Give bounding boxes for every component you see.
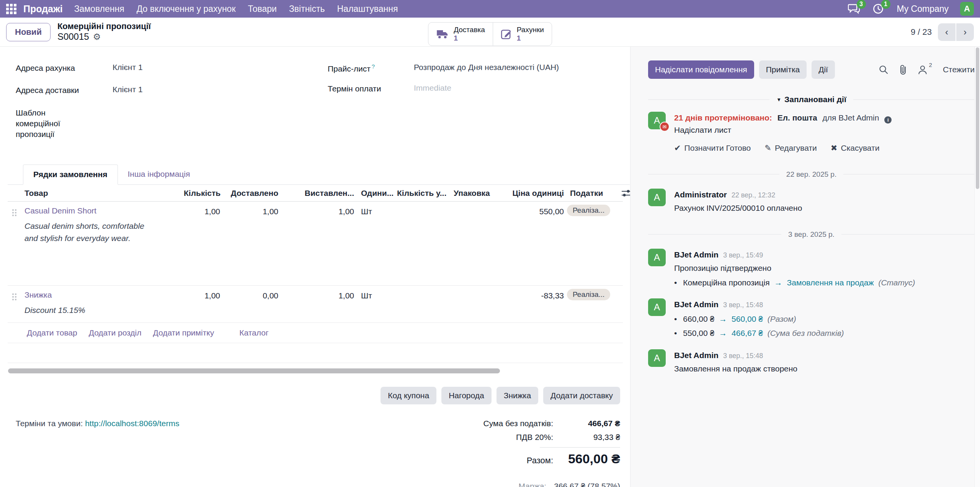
cell-delivered[interactable]: 0,00 — [220, 290, 278, 300]
col-invoiced[interactable]: Виставлен... — [278, 189, 354, 198]
delivery-stat-value: 1 — [454, 34, 485, 42]
nav-item-reporting[interactable]: Звітність — [289, 4, 325, 14]
info-icon[interactable]: i — [884, 116, 892, 124]
nav-app-name[interactable]: Продажі — [23, 3, 63, 15]
tab-order-lines[interactable]: Рядки замовлення — [23, 165, 118, 185]
delivery-address-label: Адреса доставки — [16, 85, 113, 96]
cell-qty[interactable]: 1,00 — [184, 206, 220, 216]
delivery-stat-button[interactable]: Доставка 1 — [428, 23, 493, 46]
messages-icon[interactable]: 3 — [848, 3, 861, 15]
delivery-address-value[interactable]: Клієнт 1 — [113, 85, 143, 96]
nav-item-orders[interactable]: Замовлення — [74, 4, 124, 14]
coupon-code-button[interactable]: Код купона — [381, 387, 436, 404]
discount-button[interactable]: Знижка — [497, 387, 538, 404]
nav-item-settings[interactable]: Налаштування — [337, 4, 398, 14]
planned-activities-toggle[interactable]: ▼ Заплановані дії — [776, 95, 846, 104]
apps-menu-icon[interactable] — [6, 4, 16, 14]
optional-columns-icon[interactable] — [621, 189, 630, 198]
total-label: Разом: — [527, 456, 553, 466]
search-messages-icon[interactable] — [879, 65, 889, 75]
user-avatar[interactable]: A — [960, 2, 974, 16]
reward-button[interactable]: Нагорода — [441, 387, 492, 404]
payment-terms-label: Термін оплати — [328, 83, 414, 94]
message-author[interactable]: Administrator — [674, 189, 727, 201]
col-unit-price[interactable]: Ціна одиниці — [511, 189, 564, 198]
product-link[interactable]: Casual Denim Short — [24, 206, 184, 215]
col-taxes[interactable]: Податки — [564, 189, 621, 198]
activities-icon[interactable]: 1 — [872, 3, 885, 15]
invoice-address-value[interactable]: Клієнт 1 — [113, 63, 143, 73]
vertical-scrollbar[interactable] — [974, 47, 980, 487]
company-switcher[interactable]: My Company — [897, 4, 949, 14]
activities-button[interactable]: Дії — [812, 60, 835, 79]
log-note-button[interactable]: Примітка — [759, 60, 807, 79]
tracking-value: • 660,00 ₴ → 560,00 ₴ (Разом) — [674, 313, 844, 325]
cell-invoiced[interactable]: 1,00 — [278, 290, 354, 300]
horizontal-scrollbar-thumb[interactable] — [8, 368, 500, 373]
pager-previous-button[interactable]: ‹ — [938, 23, 956, 41]
invoices-stat-value: 1 — [517, 34, 544, 42]
message-author[interactable]: BJet Admin — [674, 298, 719, 311]
tab-other-info[interactable]: Інша інформація — [118, 165, 200, 184]
breadcrumb-parent[interactable]: Комерційні пропозиції — [57, 21, 151, 31]
notebook-tabs: Рядки замовлення Інша інформація — [8, 165, 630, 185]
invoices-stat-button[interactable]: Рахунки 1 — [493, 23, 552, 46]
add-product-link[interactable]: Додати товар — [27, 328, 77, 337]
mark-done-button[interactable]: ✔Позначити Готово — [674, 142, 751, 154]
tax-badge[interactable]: Реаліза... — [567, 289, 610, 300]
drag-handle-icon[interactable] — [12, 293, 24, 300]
terms-label: Терміни та умови: — [16, 419, 83, 428]
col-delivered[interactable]: Доставлено — [220, 189, 278, 198]
add-shipping-button[interactable]: Додати доставку — [543, 387, 620, 404]
cell-invoiced[interactable]: 1,00 — [278, 206, 354, 216]
quotation-template-label: Шаблон комерційної пропозиції — [16, 107, 92, 140]
message-author[interactable]: BJet Admin — [674, 249, 719, 261]
add-note-link[interactable]: Додати примітку — [153, 328, 214, 337]
send-message-button[interactable]: Надіслати повідомлення — [648, 60, 754, 79]
order-line-row[interactable]: Casual Denim Short Casual denim shorts, … — [8, 202, 623, 286]
pricelist-value[interactable]: Розпродаж до Дня незалежності (UAH) — [414, 63, 559, 74]
record-actions-gear-icon[interactable]: ⚙ — [93, 32, 101, 42]
pricelist-help-icon[interactable]: ? — [372, 63, 375, 70]
horizontal-scrollbar[interactable] — [8, 368, 623, 374]
catalog-link[interactable]: Каталог — [239, 328, 268, 337]
order-line-row[interactable]: Знижка Discount 15.15% 1,00 0,00 1,00 Шт… — [8, 286, 623, 323]
cancel-activity-button[interactable]: ✖Скасувати — [831, 142, 880, 154]
pager-next-button[interactable]: › — [956, 23, 974, 41]
cell-uom[interactable]: Шт — [354, 206, 397, 216]
vertical-scrollbar-thumb[interactable] — [976, 47, 979, 189]
attachments-icon[interactable] — [898, 64, 908, 75]
new-button[interactable]: Новий — [6, 23, 51, 41]
cell-delivered[interactable]: 1,00 — [220, 206, 278, 216]
add-section-link[interactable]: Додати розділ — [89, 328, 142, 337]
total-value: 560,00 ₴ — [553, 451, 620, 466]
cell-uom[interactable]: Шт — [354, 290, 397, 300]
edit-activity-button[interactable]: ✎Редагувати — [764, 142, 817, 154]
nav-item-to-invoice[interactable]: До включення у рахунок — [137, 4, 236, 14]
cell-qty[interactable]: 1,00 — [184, 290, 220, 300]
drag-handle-icon[interactable] — [12, 209, 24, 216]
control-panel: Новий Комерційні пропозиції S00015 ⚙ Дос… — [0, 18, 980, 47]
check-icon: ✔ — [674, 143, 681, 152]
untaxed-amount-value: 466,67 ₴ — [553, 419, 620, 428]
col-uom[interactable]: Одини... — [354, 189, 397, 198]
col-packaging[interactable]: Упаковка — [454, 189, 511, 198]
tax-badge[interactable]: Реаліза... — [567, 205, 610, 216]
message-author[interactable]: BJet Admin — [674, 349, 719, 362]
cell-unit-price[interactable]: 550,00 — [511, 206, 564, 216]
terms-link[interactable]: http://localhost:8069/terms — [85, 419, 179, 428]
activity-assignee: для BJet Admin — [823, 113, 879, 122]
nav-item-products[interactable]: Товари — [248, 4, 276, 14]
arrow-right-icon: → — [774, 277, 782, 289]
product-link[interactable]: Знижка — [24, 290, 184, 300]
col-qty-packaging[interactable]: Кількість у... — [397, 189, 454, 198]
payment-terms-field[interactable]: Immediate — [414, 83, 451, 94]
cell-unit-price[interactable]: -83,33 — [511, 290, 564, 300]
followers-icon[interactable]: 2 — [918, 65, 928, 75]
order-lines-header: Товар Кількість Доставлено Виставлен... … — [8, 185, 623, 202]
follow-button[interactable]: Стежити — [943, 65, 975, 74]
odoo-sales-app: Продажі Замовлення До включення у рахуно… — [0, 0, 980, 487]
col-product[interactable]: Товар — [24, 189, 184, 198]
col-qty[interactable]: Кількість — [184, 189, 220, 198]
message: A BJet Admin 3 вер., 15:48 • 660,00 ₴ → … — [648, 298, 975, 339]
